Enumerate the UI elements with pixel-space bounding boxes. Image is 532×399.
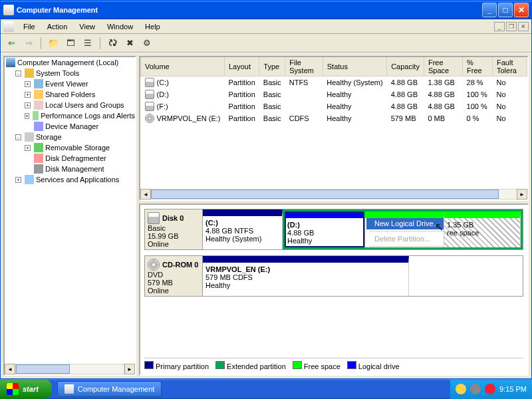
tree-shared-folders[interactable]: +Shared Folders — [25, 89, 135, 100]
task-icon — [65, 384, 74, 394]
disk-0-header[interactable]: Disk 0 Basic 15.99 GB Online — [144, 209, 203, 250]
collapse-icon[interactable]: - — [15, 70, 21, 76]
mdi-icon — [3, 21, 14, 32]
column-header[interactable]: Layout — [224, 57, 259, 76]
cdrom-0-row: CD-ROM 0 DVD 579 MB Online VRMPVOL_EN (E… — [144, 255, 523, 297]
tray-error-icon[interactable] — [485, 384, 495, 394]
clock[interactable]: 9:15 PM — [499, 385, 527, 393]
folder-icon — [34, 90, 43, 99]
mdi-close-button[interactable]: ✕ — [518, 22, 529, 31]
taskbar[interactable]: start Computer Management 9:15 PM — [0, 379, 532, 399]
ctx-delete-partition: Delete Partition... — [366, 233, 444, 245]
disk-graphical-view[interactable]: Disk 0 Basic 15.99 GB Online (C:) 4.88 G… — [139, 203, 529, 376]
maximize-button[interactable]: □ — [498, 3, 513, 17]
column-header[interactable]: % Free — [463, 57, 493, 76]
tree-defrag[interactable]: Disk Defragmenter — [25, 153, 135, 164]
column-header[interactable]: Volume — [141, 57, 225, 76]
volume-row[interactable]: (D:)PartitionBasicHealthy4.88 GB4.88 GB1… — [141, 88, 527, 100]
free-space[interactable]: 1.35 GB ree space — [444, 211, 521, 247]
shield-icon[interactable] — [456, 384, 466, 394]
expand-icon[interactable]: + — [25, 113, 29, 119]
services-icon — [25, 175, 34, 184]
column-header[interactable]: Free Space — [424, 57, 462, 76]
cd-icon — [148, 259, 160, 271]
tree-device-mgr[interactable]: Device Manager — [25, 121, 135, 132]
partition-f-freespace[interactable]: New Logical Drive... Delete Partition...… — [364, 211, 444, 247]
defrag-icon — [34, 154, 43, 163]
properties-button[interactable]: 🗔 — [64, 37, 77, 50]
volume-row[interactable]: (C:)PartitionBasicNTFSHealthy (System)4.… — [141, 76, 527, 89]
column-header[interactable]: File System — [285, 57, 323, 76]
drive-icon — [145, 102, 154, 111]
volume-row[interactable]: (F:)PartitionBasicHealthy4.88 GB4.88 GB1… — [141, 100, 527, 112]
expand-icon[interactable]: + — [25, 92, 31, 98]
menu-window[interactable]: Window — [102, 21, 138, 32]
back-button[interactable]: ⇐ — [5, 37, 18, 50]
drive-icon — [145, 90, 154, 99]
refresh-button[interactable]: 🗘 — [106, 37, 119, 50]
tree-event-viewer[interactable]: +Event Viewer — [25, 78, 135, 89]
tree-local-users[interactable]: +Local Users and Groups — [25, 100, 135, 110]
tree-disk-mgmt[interactable]: Disk Management — [25, 164, 135, 174]
menu-action[interactable]: Action — [42, 21, 73, 32]
scroll-right-button[interactable]: ► — [124, 364, 135, 374]
list-hscrollbar[interactable]: ◄ ► — [140, 189, 527, 200]
collapse-icon[interactable]: - — [15, 134, 21, 140]
expand-icon[interactable]: + — [25, 102, 31, 108]
tree-hscrollbar[interactable]: ◄ ► — [5, 364, 135, 374]
scroll-thumb[interactable] — [151, 190, 499, 199]
tree-perf-logs[interactable]: +Performance Logs and Alerts — [25, 110, 135, 121]
tree-system-tools[interactable]: -System Tools — [15, 68, 135, 78]
cd-icon — [145, 114, 154, 123]
settings-button[interactable]: ⚙ — [140, 37, 154, 50]
tree-root[interactable]: Computer Management (Local) — [6, 57, 135, 68]
tree-removable[interactable]: +Removable Storage — [25, 142, 135, 153]
column-header[interactable]: Capacity — [387, 57, 424, 76]
drive-icon — [145, 78, 154, 87]
cdrom-0-header[interactable]: CD-ROM 0 DVD 579 MB Online — [144, 255, 203, 297]
forward-button[interactable]: ⇒ — [22, 37, 35, 50]
close-button[interactable]: ✕ — [514, 3, 529, 17]
scroll-right-button[interactable]: ► — [517, 189, 527, 200]
tray-icon[interactable] — [470, 384, 481, 394]
main-window: Computer Management _ □ ✕ File Action Vi… — [0, 0, 532, 379]
expand-icon[interactable]: + — [25, 145, 31, 151]
scroll-left-button[interactable]: ◄ — [140, 189, 151, 200]
titlebar[interactable]: Computer Management _ □ ✕ — [1, 1, 531, 19]
up-button[interactable]: 📁 — [47, 37, 60, 50]
scroll-left-button[interactable]: ◄ — [5, 364, 15, 374]
legend-extended-swatch — [215, 361, 225, 369]
partition-c[interactable]: (C:) 4.88 GB NTFS Healthy (System) — [203, 209, 283, 249]
volume-list[interactable]: VolumeLayoutTypeFile SystemStatusCapacit… — [139, 56, 529, 201]
show-hide-button[interactable]: ☰ — [81, 37, 94, 50]
tree-services[interactable]: +Services and Applications — [15, 174, 135, 185]
mdi-restore-button[interactable]: ❐ — [506, 22, 517, 31]
menu-view[interactable]: View — [74, 21, 100, 32]
column-header[interactable]: Fault Tolera — [492, 57, 527, 76]
window-title: Computer Management — [17, 6, 98, 14]
menu-file[interactable]: File — [18, 21, 41, 32]
expand-icon[interactable]: + — [25, 81, 31, 87]
device-icon — [34, 122, 43, 131]
menu-bar: File Action View Window Help _ ❐ ✕ — [1, 19, 531, 34]
partition-cdrom[interactable]: VRMPVOL_EN (E:) 579 MB CDFS Healthy — [203, 256, 409, 296]
storage-icon — [25, 132, 34, 142]
minimize-button[interactable]: _ — [482, 3, 497, 17]
tree-storage[interactable]: -Storage — [15, 132, 135, 142]
column-header[interactable]: Type — [259, 57, 285, 76]
scroll-thumb[interactable] — [16, 364, 70, 374]
partition-d[interactable]: (D:) 4.88 GB Healthy — [285, 211, 364, 247]
perf-icon — [33, 111, 39, 120]
delete-button[interactable]: ✖ — [123, 37, 136, 50]
column-header[interactable]: Status — [323, 57, 386, 76]
volume-row[interactable]: VRMPVOL_EN (E:)PartitionBasicCDFSHealthy… — [141, 112, 527, 124]
menu-help[interactable]: Help — [140, 21, 166, 32]
start-button[interactable]: start — [0, 379, 52, 399]
system-tray[interactable]: 9:15 PM — [450, 379, 532, 399]
mdi-minimize-button[interactable]: _ — [494, 22, 505, 31]
removable-icon — [34, 143, 43, 152]
taskbar-task-button[interactable]: Computer Management — [57, 381, 162, 397]
expand-icon[interactable]: + — [15, 177, 21, 183]
tree-panel[interactable]: Computer Management (Local) -System Tool… — [3, 56, 136, 376]
ctx-new-logical-drive[interactable]: New Logical Drive... — [366, 217, 444, 229]
